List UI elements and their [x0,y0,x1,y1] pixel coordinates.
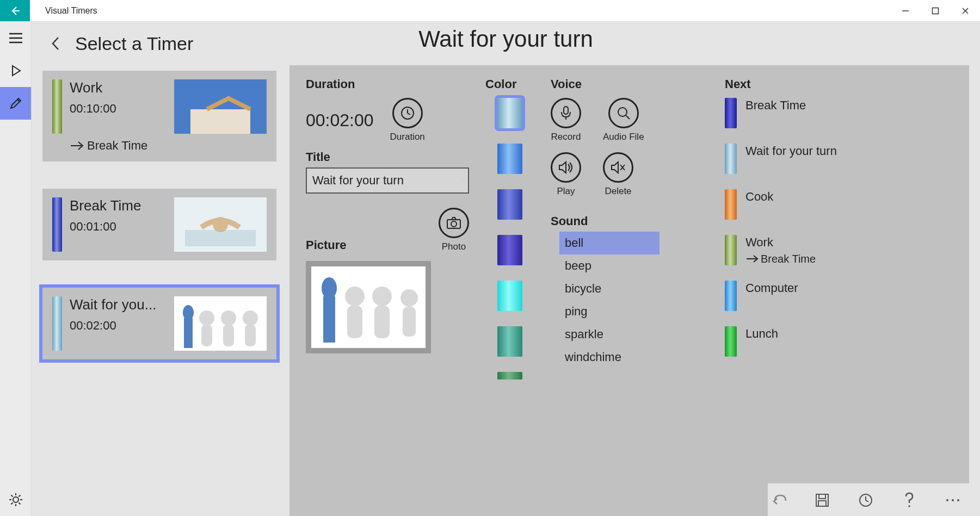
timer-card-break[interactable]: Break Time 00:01:00 [42,189,276,260]
image-placeholder-icon [174,197,267,252]
app-body: Wait for your turn Select a Timer Work 0… [0,22,980,516]
photo-button[interactable]: Photo [439,208,469,252]
hamburger-button[interactable] [0,22,31,54]
next-list: Break Time Wait for your turn Cook [725,98,953,357]
next-item-label: Computer [745,281,798,296]
svg-point-35 [908,505,910,507]
audio-file-button[interactable]: Audio File [603,98,644,142]
body-row: Work 00:10:00 Break Time B [32,65,980,516]
sound-item-bell[interactable]: bell [559,232,660,254]
next-color-bar [725,235,737,265]
delete-voice-button[interactable]: Delete [603,152,633,197]
timer-duration: 00:10:00 [70,102,167,116]
svg-point-12 [221,310,236,326]
settings-button[interactable] [0,483,31,516]
timer-duration: 00:02:00 [70,319,167,333]
timer-name: Work [70,79,167,96]
back-button[interactable] [42,30,70,57]
undo-button[interactable] [768,489,790,511]
list-title: Select a Timer [75,33,193,54]
next-item-label: Work [745,235,816,251]
color-swatch-1[interactable] [497,144,522,174]
color-swatch-3[interactable] [497,235,522,265]
next-item-work[interactable]: Work Break Time [725,235,953,265]
timer-card-wait[interactable]: Wait for you... 00:02:00 [42,288,276,359]
image-placeholder-icon [174,296,267,351]
svg-rect-32 [819,494,825,499]
sound-item-ping[interactable]: ping [559,300,660,323]
more-button[interactable] [942,489,964,511]
arrow-left-icon [10,5,21,16]
speaker-mute-icon [610,160,626,175]
minimize-button[interactable] [890,0,920,21]
timer-name: Wait for you... [70,296,167,313]
close-icon [961,7,969,15]
color-swatch-4[interactable] [497,281,522,311]
undo-icon [771,493,787,507]
duration-button-label: Duration [390,132,425,142]
maximize-button[interactable] [920,0,950,21]
mic-icon[interactable] [462,172,463,189]
close-button[interactable] [950,0,980,21]
label-next: Next [725,77,953,91]
help-button[interactable] [898,489,920,511]
sound-item-bicycle[interactable]: bicycle [559,277,660,300]
svg-point-23 [345,287,365,306]
next-item-computer[interactable]: Computer [725,281,953,311]
color-swatch-0[interactable] [497,98,522,128]
next-item-label: Break Time [745,98,806,114]
record-button[interactable]: Record [551,98,581,142]
titlebar-back-button[interactable] [0,0,30,21]
photo-button-label: Photo [442,241,466,252]
next-item-wait[interactable]: Wait for your turn [725,144,953,174]
audio-file-button-label: Audio File [603,132,644,142]
play-voice-button[interactable]: Play [551,152,581,197]
next-item-lunch[interactable]: Lunch [725,326,953,357]
clock-icon [858,493,873,508]
svg-rect-11 [201,325,212,346]
sound-item-sparkle[interactable]: sparkle [559,323,660,346]
color-swatch-6[interactable] [497,372,522,380]
save-button[interactable] [811,489,833,511]
edit-button[interactable] [0,87,31,120]
svg-rect-13 [223,325,234,346]
svg-rect-21 [323,296,335,343]
timer-color-bar [52,79,62,134]
sound-item-beep[interactable]: beep [559,254,660,277]
label-picture: Picture [306,238,428,252]
title-input[interactable] [312,173,462,188]
duration-button[interactable]: Duration [390,98,425,142]
next-color-bar [725,189,737,220]
picture-preview[interactable] [306,261,431,353]
mic-icon [560,105,572,121]
next-item-sub-label: Break Time [761,253,816,265]
svg-point-36 [946,499,948,501]
timer-name: Break Time [70,197,167,214]
next-color-bar [725,326,737,357]
next-item-break[interactable]: Break Time [725,98,953,128]
timer-card-work[interactable]: Work 00:10:00 Break Time [42,71,276,161]
svg-point-25 [372,287,392,306]
play-button[interactable] [0,54,31,87]
color-swatch-5[interactable] [497,326,522,357]
label-duration: Duration [306,77,469,91]
minimize-icon [902,7,909,15]
svg-rect-26 [374,306,390,338]
svg-rect-29 [564,107,568,114]
sound-item-windchime[interactable]: windchime [559,346,660,369]
record-button-label: Record [551,132,581,142]
next-item-cook[interactable]: Cook [725,189,953,220]
more-icon [945,498,960,503]
svg-rect-3 [190,109,250,134]
next-item-label: Cook [745,189,773,205]
svg-point-10 [199,310,214,326]
search-icon [616,105,631,121]
clock-button[interactable] [855,489,877,511]
label-sound: Sound [551,214,708,228]
color-swatch-2[interactable] [497,189,522,220]
next-color-bar [725,144,737,174]
timer-thumbnail [174,296,267,351]
timer-duration: 00:01:00 [70,220,167,234]
svg-point-37 [952,499,954,501]
svg-point-1 [13,497,19,502]
